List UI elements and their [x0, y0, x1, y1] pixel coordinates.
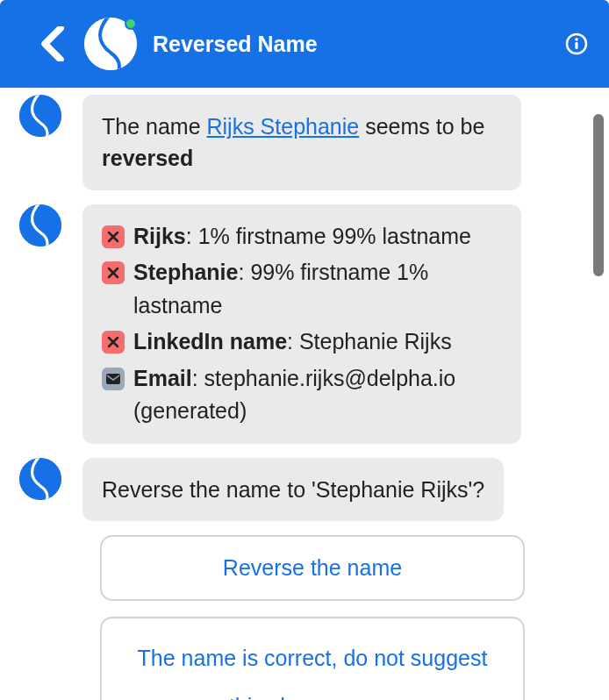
message-bubble-details: Rijks: 1% firstname 99% lastname Stephan…	[82, 204, 521, 444]
reverse-name-button[interactable]: Reverse the name	[100, 535, 525, 601]
scrollbar[interactable]	[593, 114, 602, 691]
info-icon[interactable]	[565, 32, 588, 55]
header: Reversed Name	[0, 0, 609, 88]
svg-point-2	[575, 38, 578, 41]
intro-bold: reversed	[102, 146, 193, 170]
message-row: Rijks: 1% firstname 99% lastname Stephan…	[19, 204, 590, 444]
message-row: Reverse the name to 'Stephanie Rijks'?	[19, 458, 590, 521]
detail-row: Rijks: 1% firstname 99% lastname	[102, 220, 502, 254]
back-icon[interactable]	[35, 26, 70, 61]
detail-row: Stephanie: 99% firstname 1% lastname	[102, 256, 502, 322]
header-avatar-wrapper	[84, 18, 137, 70]
bot-avatar-small	[19, 95, 61, 137]
x-icon	[102, 225, 125, 248]
x-icon	[102, 331, 125, 354]
svg-rect-6	[106, 374, 120, 384]
name-correct-button[interactable]: The name is correct, do not suggest me t…	[100, 617, 525, 700]
detail-text: Rijks: 1% firstname 99% lastname	[133, 220, 502, 254]
detail-text: Email: stephanie.rijks@delpha.io (genera…	[133, 362, 502, 428]
action-buttons: Reverse the name The name is correct, do…	[100, 535, 525, 700]
svg-point-7	[19, 458, 61, 500]
detail-row: Email: stephanie.rijks@delpha.io (genera…	[102, 362, 502, 428]
page-title: Reversed Name	[153, 32, 565, 57]
name-link[interactable]: Rijks Stephanie	[207, 114, 360, 139]
svg-point-4	[19, 95, 61, 137]
x-icon	[102, 261, 125, 284]
message-row: The name Rijks Stephanie seems to be rev…	[19, 95, 590, 190]
detail-text: Stephanie: 99% firstname 1% lastname	[133, 256, 502, 322]
message-bubble-prompt: Reverse the name to 'Stephanie Rijks'?	[82, 458, 504, 521]
svg-point-5	[19, 204, 61, 246]
bot-avatar-small	[19, 204, 61, 246]
chat-body: The name Rijks Stephanie seems to be rev…	[0, 88, 609, 700]
detail-row: LinkedIn name: Stephanie Rijks	[102, 325, 502, 359]
svg-rect-3	[575, 42, 577, 49]
online-status-dot	[125, 18, 137, 30]
bot-avatar-small	[19, 458, 61, 500]
intro-prefix: The name	[102, 114, 207, 139]
message-bubble-intro: The name Rijks Stephanie seems to be rev…	[82, 95, 521, 190]
email-icon	[102, 368, 125, 390]
detail-text: LinkedIn name: Stephanie Rijks	[133, 325, 502, 359]
intro-mid: seems to be	[359, 114, 484, 139]
scrollbar-thumb[interactable]	[593, 114, 604, 276]
